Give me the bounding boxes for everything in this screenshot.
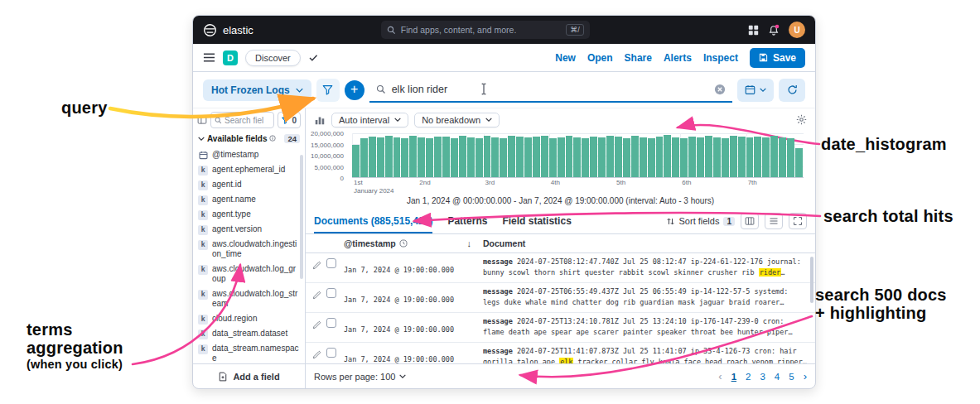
histogram-bar[interactable] [606,136,614,177]
menu-hamburger-icon[interactable] [203,51,215,64]
histogram-bar[interactable] [648,138,655,177]
histogram-bar[interactable] [787,138,794,177]
refresh-button[interactable] [779,79,805,102]
field-item[interactable]: kaws.cloudwatch.log_stream [198,286,300,311]
rows-per-page-select[interactable]: Rows per page: 100 [314,372,406,382]
row-density-button[interactable] [765,213,783,229]
chart-settings-gear-icon[interactable] [796,114,807,125]
previous-page-button[interactable]: ‹ [718,370,722,382]
sidebar-scrollbar[interactable] [300,155,303,279]
add-field-button[interactable]: Add a field [193,363,305,388]
histogram-bar[interactable] [360,138,368,177]
histogram-bar[interactable] [705,136,712,177]
histogram-bar[interactable] [418,137,425,177]
field-item[interactable]: kagent.ephemeral_id [198,162,300,177]
page-number-5[interactable]: 5 [789,372,794,382]
discover-breadcrumb-button[interactable]: Discover [245,50,301,66]
fullscreen-button[interactable] [789,213,807,229]
save-button[interactable]: Save [750,48,805,68]
histogram-bar[interactable] [598,137,606,177]
tab-documents[interactable]: Documents (885,515,429) [314,209,432,233]
histogram-bar[interactable] [484,136,491,177]
histogram-bar[interactable] [426,138,433,177]
edit-row-icon[interactable] [312,318,321,333]
toolbar-link-inspect[interactable]: Inspect [703,52,738,64]
field-item[interactable]: kagent.id [198,177,300,192]
table-scrollbar[interactable] [810,257,813,303]
histogram-bar[interactable] [377,137,384,177]
elastic-brand[interactable]: elastic [203,23,253,37]
histogram-bar[interactable] [762,137,770,177]
histogram-bar[interactable] [722,138,729,177]
space-badge[interactable]: D [223,50,238,65]
histogram-bar[interactable] [688,137,696,177]
histogram-bar[interactable] [434,137,442,177]
field-filter-button[interactable]: 0 [278,112,301,128]
histogram-bar[interactable] [795,148,803,178]
sort-direction-arrow[interactable]: ↓ [467,238,472,248]
histogram-bar[interactable] [508,136,515,177]
histogram-bar[interactable] [582,138,589,177]
field-item[interactable]: kcloud.region [198,311,300,326]
histogram-bar[interactable] [738,137,746,177]
histogram-bar[interactable] [697,137,704,177]
field-item[interactable]: kaws.cloudwatch.ingestion_time [198,237,300,262]
edit-visualization-icon[interactable] [314,114,326,126]
histogram-bar[interactable] [664,135,671,177]
histogram-bar[interactable] [451,138,458,177]
histogram-bar[interactable] [615,137,622,177]
histogram-bar[interactable] [401,138,408,177]
edit-row-icon[interactable] [312,288,321,303]
tab-field[interactable]: Field statistics [502,209,571,233]
edit-row-icon[interactable] [312,348,321,363]
histogram-bar[interactable] [459,136,466,177]
add-control-button[interactable]: + [345,80,364,100]
notifications-icon[interactable] [768,24,780,36]
histogram-bar[interactable] [476,138,483,177]
row-checkbox[interactable] [326,348,336,358]
histogram-bar[interactable] [524,137,532,177]
available-fields-header[interactable]: Available fields 24 [193,130,305,147]
histogram-bar[interactable] [566,136,573,177]
interval-select[interactable]: Auto interval [331,113,408,127]
toolbar-link-new[interactable]: New [555,52,576,64]
histogram-bar[interactable] [754,137,761,177]
row-checkbox[interactable] [326,288,336,298]
page-number-2[interactable]: 2 [746,372,751,382]
columns-toggle-button[interactable] [741,213,759,229]
histogram-bar[interactable] [770,136,778,177]
histogram-bar[interactable] [631,136,639,177]
histogram-bar[interactable] [656,137,664,177]
histogram-bar[interactable] [491,137,499,177]
histogram-bar[interactable] [352,145,360,177]
page-number-3[interactable]: 3 [760,372,765,382]
histogram-bar[interactable] [369,137,376,177]
toolbar-link-share[interactable]: Share [625,52,652,64]
collapse-sidebar-icon[interactable] [197,115,207,125]
field-item[interactable]: kagent.name [198,192,300,207]
field-item[interactable]: kdata_stream.namespace [198,341,300,363]
edit-row-icon[interactable] [312,258,321,273]
histogram-bar[interactable] [467,137,475,177]
histogram-bar[interactable] [409,136,417,177]
next-page-button[interactable]: › [804,370,807,382]
apps-grid-icon[interactable] [748,25,759,36]
field-item[interactable]: kdata_stream.dataset [198,326,300,341]
field-item[interactable]: @timestamp [198,147,300,162]
histogram-bar[interactable] [713,137,721,177]
histogram-bar[interactable] [730,136,737,177]
histogram-bar[interactable] [549,138,557,177]
timestamp-column-header[interactable]: @timestamp ↓ [344,238,483,248]
histogram-bar[interactable] [746,137,754,177]
histogram-bar[interactable] [442,137,450,177]
histogram-bar[interactable] [573,137,581,177]
histogram-bar[interactable] [779,137,786,177]
data-view-picker[interactable]: Hot Frozen Logs [203,79,311,101]
histogram-bar[interactable] [393,137,401,177]
histogram-bar[interactable] [533,137,540,177]
page-number-4[interactable]: 4 [775,372,780,382]
histogram-bar[interactable] [680,138,688,177]
histogram-bar[interactable] [590,137,597,177]
field-search-input[interactable]: Search fiel [210,112,274,128]
clear-query-icon[interactable] [714,84,726,95]
